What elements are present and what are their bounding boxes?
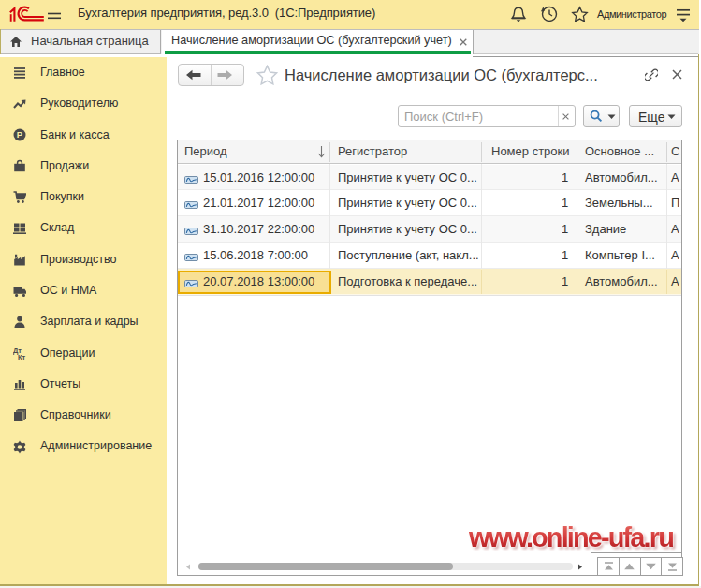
svg-text:Кт: Кт <box>18 353 26 360</box>
svg-text:P: P <box>17 129 23 140</box>
